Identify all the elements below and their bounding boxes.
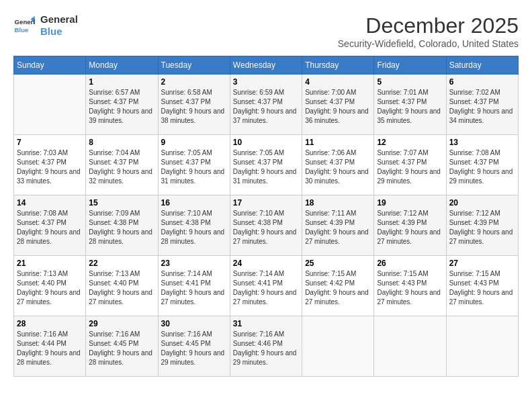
sunset: Sunset: 4:39 PM — [305, 218, 371, 228]
month-title: December 2025 — [338, 13, 519, 38]
sunset: Sunset: 4:43 PM — [449, 279, 515, 288]
day-info: Sunrise: 7:12 AM Sunset: 4:39 PM Dayligh… — [377, 209, 443, 246]
daylight: Daylight: 9 hours and 30 minutes. — [305, 167, 371, 186]
daylight: Daylight: 9 hours and 27 minutes. — [305, 228, 371, 246]
week-row-1: 1 Sunrise: 6:57 AM Sunset: 4:37 PM Dayli… — [14, 75, 519, 135]
calendar-cell: 13 Sunrise: 7:08 AM Sunset: 4:37 PM Dayl… — [446, 135, 518, 195]
day-info: Sunrise: 7:13 AM Sunset: 4:40 PM Dayligh… — [17, 269, 83, 307]
daylight: Daylight: 9 hours and 28 minutes. — [89, 349, 154, 367]
day-number: 2 — [161, 77, 227, 87]
day-info: Sunrise: 7:03 AM Sunset: 4:37 PM Dayligh… — [17, 148, 83, 186]
calendar-cell: 15 Sunrise: 7:09 AM Sunset: 4:38 PM Dayl… — [86, 195, 158, 256]
calendar-cell: 3 Sunrise: 6:59 AM Sunset: 4:37 PM Dayli… — [230, 75, 302, 135]
sunset: Sunset: 4:43 PM — [377, 279, 443, 288]
day-number: 3 — [233, 77, 299, 87]
daylight: Daylight: 9 hours and 27 minutes. — [233, 228, 299, 246]
calendar-cell: 2 Sunrise: 6:58 AM Sunset: 4:37 PM Dayli… — [158, 75, 230, 135]
day-number: 14 — [17, 198, 83, 208]
calendar-cell: 26 Sunrise: 7:15 AM Sunset: 4:43 PM Dayl… — [374, 256, 446, 316]
sunrise: Sunrise: 7:15 AM — [449, 269, 515, 279]
daylight: Daylight: 9 hours and 38 minutes. — [161, 107, 227, 126]
sunrise: Sunrise: 7:16 AM — [161, 330, 227, 339]
sunset: Sunset: 4:37 PM — [377, 158, 443, 167]
day-info: Sunrise: 7:16 AM Sunset: 4:45 PM Dayligh… — [161, 330, 227, 367]
day-number: 25 — [305, 259, 371, 268]
day-number: 28 — [17, 319, 83, 328]
daylight: Daylight: 9 hours and 35 minutes. — [377, 107, 443, 126]
daylight: Daylight: 9 hours and 33 minutes. — [17, 167, 83, 186]
sunrise: Sunrise: 7:15 AM — [377, 269, 443, 279]
day-number: 10 — [233, 138, 299, 147]
daylight: Daylight: 9 hours and 28 minutes. — [161, 228, 227, 246]
calendar-cell: 19 Sunrise: 7:12 AM Sunset: 4:39 PM Dayl… — [374, 195, 446, 256]
day-number: 24 — [233, 259, 299, 268]
sunrise: Sunrise: 7:12 AM — [449, 209, 515, 218]
day-number: 17 — [233, 198, 299, 208]
sunrise: Sunrise: 7:00 AM — [305, 88, 371, 97]
calendar-cell: 14 Sunrise: 7:08 AM Sunset: 4:37 PM Dayl… — [14, 195, 86, 256]
day-info: Sunrise: 7:15 AM Sunset: 4:43 PM Dayligh… — [449, 269, 515, 307]
daylight: Daylight: 9 hours and 29 minutes. — [377, 167, 443, 186]
daylight: Daylight: 9 hours and 27 minutes. — [305, 288, 371, 307]
weekday-header-friday: Friday — [374, 56, 446, 75]
calendar-table: SundayMondayTuesdayWednesdayThursdayFrid… — [13, 56, 519, 377]
daylight: Daylight: 9 hours and 27 minutes. — [233, 288, 299, 307]
title-area: December 2025 Security-Widefield, Colora… — [338, 13, 519, 49]
daylight: Daylight: 9 hours and 39 minutes. — [89, 107, 154, 126]
calendar-cell: 25 Sunrise: 7:15 AM Sunset: 4:42 PM Dayl… — [302, 256, 374, 316]
day-info: Sunrise: 6:58 AM Sunset: 4:37 PM Dayligh… — [161, 88, 227, 126]
sunset: Sunset: 4:38 PM — [233, 218, 299, 228]
daylight: Daylight: 9 hours and 37 minutes. — [233, 107, 299, 126]
week-row-5: 28 Sunrise: 7:16 AM Sunset: 4:44 PM Dayl… — [14, 316, 519, 377]
sunset: Sunset: 4:37 PM — [449, 158, 515, 167]
sunrise: Sunrise: 7:14 AM — [161, 269, 227, 279]
day-info: Sunrise: 7:10 AM Sunset: 4:38 PM Dayligh… — [161, 209, 227, 246]
sunset: Sunset: 4:38 PM — [89, 218, 154, 228]
sunrise: Sunrise: 7:02 AM — [449, 88, 515, 97]
sunset: Sunset: 4:38 PM — [161, 218, 227, 228]
daylight: Daylight: 9 hours and 31 minutes. — [233, 167, 299, 186]
day-info: Sunrise: 7:08 AM Sunset: 4:37 PM Dayligh… — [449, 148, 515, 186]
sunset: Sunset: 4:41 PM — [233, 279, 299, 288]
day-number: 1 — [89, 77, 154, 87]
day-number: 6 — [449, 77, 515, 87]
sunrise: Sunrise: 7:14 AM — [233, 269, 299, 279]
daylight: Daylight: 9 hours and 32 minutes. — [89, 167, 154, 186]
day-number: 22 — [89, 259, 154, 268]
day-info: Sunrise: 7:09 AM Sunset: 4:38 PM Dayligh… — [89, 209, 154, 246]
daylight: Daylight: 9 hours and 27 minutes. — [449, 228, 515, 246]
daylight: Daylight: 9 hours and 29 minutes. — [449, 167, 515, 186]
day-info: Sunrise: 7:12 AM Sunset: 4:39 PM Dayligh… — [449, 209, 515, 246]
svg-text:Blue: Blue — [15, 26, 29, 34]
sunrise: Sunrise: 7:05 AM — [233, 148, 299, 158]
sunset: Sunset: 4:37 PM — [17, 158, 83, 167]
sunrise: Sunrise: 6:58 AM — [161, 88, 227, 97]
sunset: Sunset: 4:41 PM — [161, 279, 227, 288]
calendar-cell — [14, 75, 86, 135]
sunset: Sunset: 4:42 PM — [305, 279, 371, 288]
daylight: Daylight: 9 hours and 29 minutes. — [161, 349, 227, 367]
weekday-header-monday: Monday — [86, 56, 158, 75]
sunrise: Sunrise: 7:12 AM — [377, 209, 443, 218]
sunrise: Sunrise: 7:07 AM — [377, 148, 443, 158]
calendar-cell: 29 Sunrise: 7:16 AM Sunset: 4:45 PM Dayl… — [86, 316, 158, 377]
calendar-cell: 18 Sunrise: 7:11 AM Sunset: 4:39 PM Dayl… — [302, 195, 374, 256]
sunset: Sunset: 4:37 PM — [305, 97, 371, 107]
daylight: Daylight: 9 hours and 36 minutes. — [305, 107, 371, 126]
daylight: Daylight: 9 hours and 27 minutes. — [17, 288, 83, 307]
day-number: 30 — [161, 319, 227, 328]
weekday-header-thursday: Thursday — [302, 56, 374, 75]
day-info: Sunrise: 7:04 AM Sunset: 4:37 PM Dayligh… — [89, 148, 154, 186]
day-number: 31 — [233, 319, 299, 328]
day-info: Sunrise: 7:16 AM Sunset: 4:44 PM Dayligh… — [17, 330, 83, 367]
sunset: Sunset: 4:40 PM — [89, 279, 154, 288]
calendar-cell: 12 Sunrise: 7:07 AM Sunset: 4:37 PM Dayl… — [374, 135, 446, 195]
calendar-cell: 16 Sunrise: 7:10 AM Sunset: 4:38 PM Dayl… — [158, 195, 230, 256]
calendar-cell: 9 Sunrise: 7:05 AM Sunset: 4:37 PM Dayli… — [158, 135, 230, 195]
daylight: Daylight: 9 hours and 27 minutes. — [377, 228, 443, 246]
calendar-cell: 22 Sunrise: 7:13 AM Sunset: 4:40 PM Dayl… — [86, 256, 158, 316]
day-number: 5 — [377, 77, 443, 87]
day-number: 15 — [89, 198, 154, 208]
day-number: 29 — [89, 319, 154, 328]
week-row-4: 21 Sunrise: 7:13 AM Sunset: 4:40 PM Dayl… — [14, 256, 519, 316]
